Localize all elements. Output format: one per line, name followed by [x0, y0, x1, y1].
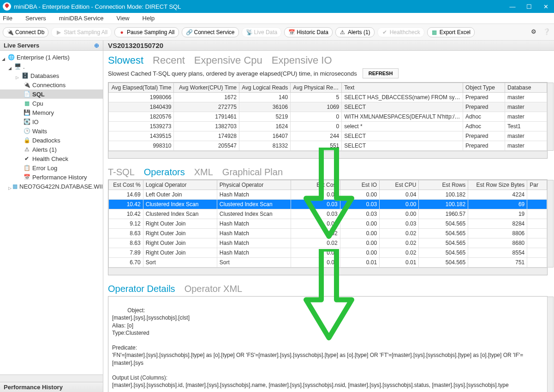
gear-icon[interactable]: ⚙ [531, 28, 539, 36]
add-server-button[interactable]: ⊕ [94, 42, 99, 49]
refresh-button[interactable]: REFRESH [363, 68, 399, 78]
grid1-col-header[interactable]: Avg Logical Reads [239, 83, 290, 93]
azure-icon: ▦ [12, 183, 18, 190]
tree-waits[interactable]: 🕒Waits [0, 126, 103, 136]
tab-expensive-cpu[interactable]: Expensive Cpu [194, 54, 262, 66]
tab-graphical-plan[interactable]: Graphical Plan [222, 167, 283, 178]
sidebar-hscroll[interactable] [0, 374, 103, 382]
excel-icon: ▦ [431, 29, 438, 36]
tab-operators[interactable]: Operators [144, 167, 185, 178]
connect-service-button[interactable]: 🔗Connect Service [182, 27, 239, 37]
alerts-button[interactable]: ⚠Alerts (1) [335, 27, 375, 37]
grid1-col-header[interactable]: Object Type [463, 83, 505, 93]
grid1-col-header[interactable]: Avg Elapsed(Total) Time [109, 83, 174, 93]
tree-errorlog[interactable]: 📋Error Log [0, 163, 103, 172]
lock-icon: 🔒 [23, 137, 30, 144]
grid1-col-header[interactable]: Avg Physical Reads [291, 83, 342, 93]
operator-details-text: Object: [master].[sys].[sysschobjs].[cls… [112, 307, 523, 388]
grid2-col-header[interactable]: Est CPU [380, 180, 419, 190]
warning-icon: ⚠ [23, 146, 30, 153]
grid1-row[interactable]: 143951517492816407244SELECTPreparedmaste… [109, 131, 547, 141]
grid2-row[interactable]: 9.12Right Outer JoinHash Match0.030.000.… [109, 219, 547, 229]
grid2-row[interactable]: 8.63Right Outer JoinHash Match0.020.000.… [109, 229, 547, 238]
tree-io[interactable]: 💽IO [0, 117, 103, 126]
tab-tsql[interactable]: T-SQL [108, 167, 135, 178]
grid2-hscroll[interactable] [108, 267, 547, 275]
warning-icon: ⚠ [340, 29, 346, 36]
tree-healthcheck[interactable]: ✔Health Check [0, 154, 103, 163]
tree-connections[interactable]: 🔌Connections [0, 80, 103, 89]
maximize-button[interactable]: ☐ [524, 3, 535, 10]
tab-expensive-io[interactable]: Expensive IO [272, 54, 332, 66]
window-title: miniDBA - Enterprise Edition - Connectio… [14, 3, 181, 10]
menu-help[interactable]: Help [143, 15, 155, 22]
grid2-row[interactable]: 14.69Left Outer JoinHash Match0.040.000.… [109, 190, 547, 200]
menu-servers[interactable]: Servers [25, 15, 46, 22]
grid2-row[interactable]: 8.63Right Outer JoinHash Match0.020.000.… [109, 238, 547, 248]
grid2-row[interactable]: 10.42Clustered Index ScanClustered Index… [109, 209, 547, 219]
tree-perfhistory[interactable]: 📅Performance History [0, 172, 103, 182]
close-button[interactable]: ✕ [540, 3, 551, 10]
titlebar: miniDBA - Enterprise Edition - Connectio… [0, 0, 554, 13]
tab-slowest[interactable]: Slowest [108, 54, 143, 66]
tab-operator-details[interactable]: Operator Details [108, 284, 175, 294]
grid1-col-header[interactable]: Text [342, 83, 463, 93]
tree-extra-node[interactable]: ▦NEO7GG422N.DATABASE.WII [0, 182, 103, 191]
calendar-icon: 📅 [288, 29, 295, 36]
grid2-col-header[interactable]: Est Row Size Bytes [468, 180, 527, 190]
connect-db-button[interactable]: 🔌Connect Db [3, 27, 48, 37]
tree-root[interactable]: 🌐Enterprise (1 Alerts) [0, 53, 103, 62]
live-data-button[interactable]: 📡Live Data [242, 27, 282, 37]
operator-details-box: Object: [master].[sys].[sysschobjs].[cls… [108, 296, 548, 392]
grid2-row[interactable]: 10.42Clustered Index ScanClustered Index… [109, 200, 547, 209]
tab-operator-xml[interactable]: Operator XML [185, 284, 243, 294]
menu-view[interactable]: View [117, 15, 130, 22]
tree-sql[interactable]: 📄SQL [0, 89, 103, 99]
start-sampling-button[interactable]: ▶Start Sampling All [51, 27, 112, 37]
grid1-col-header[interactable]: Avg Worker(CPU) Time [174, 83, 239, 93]
grid1-row[interactable]: 199806616721405SELECT HAS_DBACCESS(name)… [109, 93, 547, 102]
grid1-row[interactable]: 1539273138270316240select *AdhocTest1 [109, 122, 547, 131]
pause-sampling-button[interactable]: ●Pause Sampling All [114, 27, 179, 37]
tab-xml[interactable]: XML [194, 167, 213, 178]
grid1-row[interactable]: 99831020554781332551SELECTPreparedmaster [109, 141, 547, 151]
check-icon: ✔ [23, 155, 30, 162]
tree-cpu[interactable]: ▦Cpu [0, 99, 103, 108]
tree-alerts[interactable]: ⚠Alerts (1) [0, 145, 103, 154]
grid1-row[interactable]: 1820576179146152190WITH XMLNAMESPACES(DE… [109, 112, 547, 122]
operators-grid: Est Cost %Logical OperatorPhysical Opera… [108, 179, 548, 275]
grid2-col-header[interactable]: Est Cost % [109, 180, 143, 190]
grid2-row[interactable]: 6.70SortSort0.010.010.01504.565751 [109, 258, 547, 267]
grid2-col-header[interactable]: Est Rows [419, 180, 468, 190]
grid1-col-header[interactable]: Database [505, 83, 547, 93]
healthcheck-button[interactable]: ✔Healthcheck [377, 27, 424, 37]
tab-recent[interactable]: Recent [153, 54, 185, 66]
app-icon [3, 2, 11, 11]
grid1-hscroll[interactable] [108, 151, 547, 158]
connect-icon: 🔌 [7, 29, 13, 36]
minimize-button[interactable]: — [507, 3, 518, 10]
historic-data-button[interactable]: 📅Historic Data [284, 27, 333, 37]
performance-history-panel[interactable]: Performance History [0, 382, 103, 392]
grid2-col-header[interactable]: Est Cost [291, 180, 340, 190]
query-tabs: Slowest Recent Expensive Cpu Expensive I… [108, 54, 554, 66]
grid1-row[interactable]: 1840439272775361061069SELECTPreparedmast… [109, 102, 547, 112]
grid2-col-header[interactable]: Logical Operator [143, 180, 217, 190]
grid2-col-header[interactable]: Est IO [340, 180, 379, 190]
export-excel-button[interactable]: ▦Export Excel [427, 27, 475, 37]
details-vscroll[interactable] [547, 297, 554, 392]
help-icon[interactable]: ❔ [543, 28, 551, 36]
grid2-vscroll[interactable] [547, 180, 554, 267]
tree-deadlocks[interactable]: 🔒Deadlocks [0, 136, 103, 145]
grid2-col-header[interactable]: Physical Operator [217, 180, 291, 190]
main-area: VS201320150720 Slowest Recent Expensive … [103, 41, 554, 392]
tree-instance[interactable]: 🖥️. [0, 62, 103, 71]
menu-file[interactable]: File [3, 15, 12, 22]
globe-icon: 🌐 [7, 53, 15, 61]
grid2-col-header[interactable]: Par [527, 180, 547, 190]
tree-databases[interactable]: 🗄️Databases [0, 71, 103, 80]
grid2-row[interactable]: 7.89Right Outer JoinHash Match0.020.000.… [109, 248, 547, 258]
tree-memory[interactable]: 💾Memory [0, 108, 103, 117]
menu-service[interactable]: miniDBA Service [59, 15, 104, 22]
grid1-vscroll[interactable] [547, 83, 554, 151]
